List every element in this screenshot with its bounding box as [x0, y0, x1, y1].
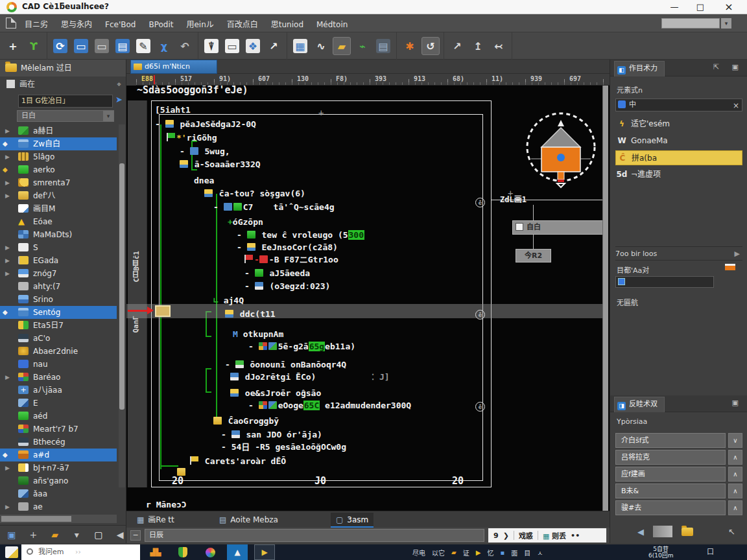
tray-icon-3[interactable]: 证 — [463, 548, 469, 557]
pin-icon[interactable]: ⌖ — [117, 76, 121, 92]
panel-item-2[interactable]: Ĉ拼a(ba — [615, 150, 742, 165]
tree-item-6[interactable]: 画目M — [0, 202, 117, 215]
panel-header-icons[interactable]: ⇱ ▣ — [713, 63, 744, 71]
collapse-icon[interactable]: ◀ — [114, 528, 127, 541]
reference-input[interactable] — [615, 276, 714, 288]
tree-item-25[interactable]: ◆a#d — [0, 449, 117, 461]
tree-item-16[interactable]: aC'o — [0, 332, 117, 345]
folder-tool-icon[interactable]: ▰ — [49, 528, 62, 541]
new-file-icon[interactable] — [6, 18, 16, 29]
undo-icon[interactable]: ↶ — [176, 37, 194, 55]
command-input[interactable]: 日辰 — [145, 529, 484, 542]
flow-box-2[interactable]: 今R2 — [516, 249, 551, 262]
app-cad[interactable]: ▲ — [227, 544, 248, 560]
arrow-left-icon[interactable]: ↢ — [490, 37, 508, 55]
status-item-2[interactable]: 戏惑 — [519, 530, 533, 541]
tools-row[interactable]: 7oo bir loos▶ — [615, 246, 742, 261]
menubar-field[interactable] — [661, 18, 720, 29]
expand-arrow-icon[interactable]: ▶ — [5, 150, 10, 163]
eraser-icon[interactable]: ▭ — [223, 37, 241, 55]
scrollbar-thumb[interactable] — [1, 516, 71, 522]
menu-item-4[interactable]: 用einル — [180, 14, 220, 32]
expand-arrow-icon[interactable]: ▶ — [5, 254, 10, 267]
layout-tab-0[interactable]: ▦画Re tt — [132, 513, 180, 528]
arrow-ne-icon[interactable]: ↗ — [448, 37, 466, 55]
notification-icon[interactable]: 口 — [707, 544, 714, 560]
clear-search-icon[interactable]: × — [733, 100, 739, 111]
tree-item-7[interactable]: ▲Eóae — [0, 215, 117, 228]
maximize-button[interactable]: □ — [689, 0, 712, 14]
arrow-up-icon[interactable]: ↥ — [469, 37, 487, 55]
taskbar-search[interactable]: 我问em ›› — [21, 544, 140, 560]
menu-item-6[interactable]: 思tuniod — [265, 14, 310, 32]
tree-item-9[interactable]: ▶S — [0, 241, 117, 254]
panel-item-0[interactable]: ϟ适它'esém — [615, 117, 742, 132]
minimize-button[interactable]: — — [663, 0, 686, 14]
edit-doc-icon[interactable]: ✎ — [134, 37, 152, 55]
window-quad-icon[interactable]: ❖ — [244, 37, 262, 55]
menu-item-7[interactable]: Médtoin — [310, 16, 354, 34]
section-bar-4[interactable]: 骏#去 — [615, 500, 726, 515]
tree-hscrollbar[interactable] — [0, 515, 117, 523]
section-chevron-icon[interactable]: ∧ — [728, 484, 742, 498]
tree-item-5[interactable]: ▶def'八 — [0, 189, 117, 202]
tree-item-14[interactable]: ◆Sentóg — [0, 306, 117, 319]
window-tool-icon[interactable]: ▢ — [92, 528, 105, 541]
pan-icon[interactable]: + — [4, 37, 22, 55]
status-item-1[interactable]: ❯ — [503, 531, 509, 540]
tools-icon[interactable]: χ — [155, 37, 173, 55]
tray-icon-0[interactable]: 尽电 — [412, 548, 425, 557]
tree-item-24[interactable]: Bthecég — [0, 436, 117, 449]
back-arrow-icon[interactable]: ◀ — [637, 527, 644, 537]
tree-item-18[interactable]: nau — [0, 358, 117, 371]
tray-icon-7[interactable]: 面 — [511, 548, 517, 557]
menu-item-5[interactable]: 百改点白 — [220, 14, 265, 32]
expand-arrow-icon[interactable]: ▶ — [5, 500, 10, 513]
menubar-dropdown-icon[interactable]: ▾ — [721, 18, 731, 29]
tree-item-26[interactable]: ▶bJ+n7-ā7 — [0, 461, 117, 474]
tree-scrollbar[interactable] — [119, 124, 125, 487]
flow-box-1[interactable]: 自白 — [512, 220, 606, 235]
section-chevron-icon[interactable]: ∧ — [728, 467, 742, 482]
app-store[interactable]: ▶ — [254, 544, 275, 560]
layout-tab-1[interactable]: ▤Aoite Mebza — [214, 513, 283, 528]
tree-item-17[interactable]: Abaer2dnie — [0, 345, 117, 358]
layers-icon[interactable]: ▤ — [374, 37, 392, 55]
expand-arrow-icon[interactable]: ▶ — [5, 241, 10, 254]
grid-pane-icon[interactable]: ▦ — [291, 37, 309, 55]
tray-icon-5[interactable]: 忆 — [487, 548, 493, 557]
tray-icon-6[interactable]: ▪ — [500, 549, 504, 556]
add-icon[interactable]: + — [27, 528, 40, 541]
tree-item-19[interactable]: ▶Baréao — [0, 371, 117, 384]
lower-panel-tab[interactable]: ◨反眭术双 — [614, 397, 665, 412]
swirl-icon[interactable]: ↺ — [421, 37, 440, 55]
tree-item-28[interactable]: ǎaa — [0, 487, 117, 500]
menu-item-1[interactable]: 思与永内 — [54, 14, 99, 32]
expand-arrow-icon[interactable]: ▶ — [5, 371, 10, 384]
menu-item-0[interactable]: 目ニ劣 — [18, 14, 54, 32]
sync-icon[interactable]: ⟳ — [51, 37, 69, 55]
pane-box-icon[interactable] — [653, 526, 672, 537]
tree-item-15[interactable]: Eta5日7 — [0, 319, 117, 332]
tree-item-12[interactable]: ahty:(7 — [0, 280, 117, 293]
tree-item-0[interactable]: ▶a赫日 — [0, 124, 117, 137]
cursor-tool-icon[interactable]: ▾ — [71, 528, 84, 541]
section-chevron-icon[interactable]: ∨ — [728, 433, 742, 448]
attachment-icon[interactable] — [725, 264, 735, 270]
section-chevron-icon[interactable]: ∧ — [728, 450, 742, 465]
status-item-0[interactable]: 9 — [493, 531, 499, 540]
plant-icon[interactable]: ϒ — [25, 37, 43, 55]
tree-item-1[interactable]: ◆Zw自白 — [0, 137, 117, 150]
tree-item-21[interactable]: E — [0, 397, 117, 410]
section-bar-2[interactable]: 应f建画 — [615, 467, 726, 482]
status-item-4[interactable]: •• — [571, 531, 580, 540]
section-bar-0[interactable]: 介白šf式 — [615, 433, 726, 448]
canvas-scrollbar[interactable] — [602, 86, 608, 511]
tray-icon-8[interactable]: 目 — [524, 548, 530, 557]
tree-item-3[interactable]: ◆aerko — [0, 163, 117, 176]
pointer-icon[interactable]: ↗ — [265, 37, 283, 55]
panel-search-input[interactable]: 中 × — [615, 99, 742, 111]
start-button-icon[interactable] — [5, 546, 18, 558]
clock[interactable]: 5自苷 6(10回m — [648, 546, 673, 559]
folder-icon[interactable] — [682, 528, 693, 536]
